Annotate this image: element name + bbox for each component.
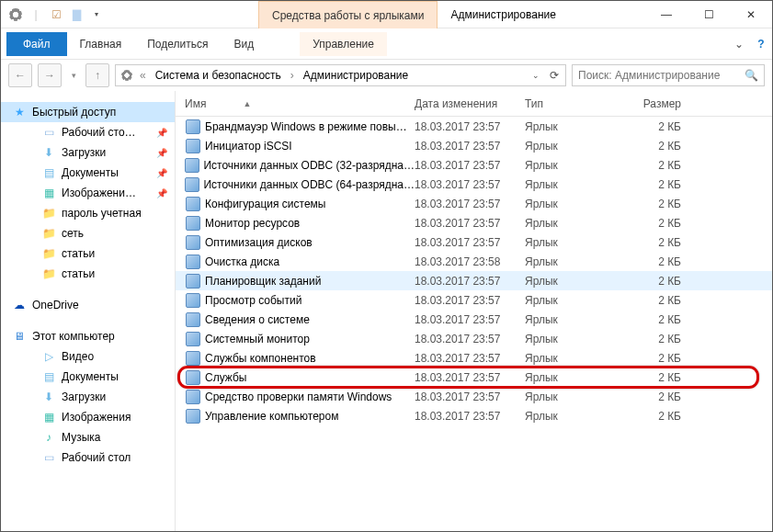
file-type: Ярлык <box>525 217 626 230</box>
maximize-button[interactable]: ☐ <box>688 1 730 28</box>
col-type[interactable]: Тип <box>525 97 626 110</box>
sort-asc-icon: ▲ <box>243 99 251 108</box>
file-row[interactable]: Системный монитор18.03.2017 23:57Ярлык2 … <box>176 329 772 348</box>
nav-quick-access[interactable]: ★ Быстрый доступ <box>1 102 175 122</box>
file-name: Очистка диска <box>205 255 279 268</box>
file-row[interactable]: Оптимизация дисков18.03.2017 23:57Ярлык2… <box>176 232 772 252</box>
nav-quick-item[interactable]: ⬇Загрузки📌 <box>1 142 175 163</box>
file-date: 18.03.2017 23:57 <box>415 120 525 133</box>
nav-pc-item[interactable]: ♪Музыка <box>1 427 175 447</box>
column-headers[interactable]: Имя▲ Дата изменения Тип Размер <box>176 91 772 117</box>
file-date: 18.03.2017 23:57 <box>415 275 525 288</box>
nav-forward-button[interactable]: → <box>38 63 62 87</box>
onedrive-icon: ☁ <box>12 298 27 312</box>
file-row[interactable]: Монитор ресурсов18.03.2017 23:57Ярлык2 К… <box>176 213 772 232</box>
tab-home[interactable]: Главная <box>67 32 135 56</box>
file-name: Системный монитор <box>205 333 310 345</box>
file-row[interactable]: Планировщик заданий18.03.2017 23:57Ярлык… <box>176 271 772 290</box>
file-row[interactable]: Конфигурация системы18.03.2017 23:57Ярлы… <box>176 194 772 213</box>
nav-pc-item[interactable]: ▤Документы <box>1 367 175 387</box>
new-folder-icon[interactable]: ▇ <box>69 7 84 22</box>
file-row[interactable]: Очистка диска18.03.2017 23:58Ярлык2 КБ <box>176 252 772 271</box>
tab-manage[interactable]: Управление <box>300 32 387 56</box>
nav-pc-item[interactable]: ▷Видео <box>1 346 175 367</box>
col-size[interactable]: Размер <box>626 97 699 110</box>
col-date[interactable]: Дата изменения <box>415 97 525 110</box>
file-row[interactable]: Источники данных ODBC (32-разрядна…18.03… <box>176 155 772 175</box>
file-row[interactable]: Брандмауэр Windows в режиме повы…18.03.2… <box>176 117 772 136</box>
nav-item-label: Видео <box>62 350 94 363</box>
breadcrumb-sep-icon[interactable]: › <box>289 69 296 82</box>
file-size: 2 КБ <box>626 371 699 384</box>
nav-quick-item[interactable]: 📁статьи <box>1 243 175 264</box>
contextual-tab-shortcut-tools[interactable]: Средства работы с ярлыками <box>258 1 438 28</box>
img-icon: ▦ <box>41 186 56 200</box>
file-date: 18.03.2017 23:57 <box>415 410 525 423</box>
file-size: 2 КБ <box>626 159 699 172</box>
nav-pc-item[interactable]: ⬇Загрузки <box>1 387 175 407</box>
nav-quick-item[interactable]: ▭Рабочий сто…📌 <box>1 122 175 142</box>
nav-quick-item[interactable]: 📁статьи <box>1 264 175 284</box>
tab-share[interactable]: Поделиться <box>134 32 221 56</box>
refresh-icon[interactable]: ⟳ <box>547 68 562 83</box>
search-input[interactable] <box>578 69 739 82</box>
search-box[interactable]: 🔍 <box>572 64 765 86</box>
breadcrumb-sep-icon[interactable]: « <box>138 69 148 82</box>
close-button[interactable]: ✕ <box>730 1 772 28</box>
file-date: 18.03.2017 23:57 <box>415 140 525 153</box>
file-row[interactable]: Источники данных ODBC (64-разрядна…18.03… <box>176 175 772 194</box>
breadcrumb-1[interactable]: Администрирование <box>300 69 412 82</box>
nav-item-label: Загрузки <box>62 391 106 403</box>
properties-icon[interactable]: ☑ <box>49 7 63 22</box>
file-size: 2 КБ <box>626 178 699 191</box>
minimize-button[interactable]: — <box>645 1 688 28</box>
nav-back-button[interactable]: ← <box>8 63 32 87</box>
nav-onedrive[interactable]: ☁ OneDrive <box>1 295 175 315</box>
nav-quick-item[interactable]: 📁пароль учетная <box>1 203 175 223</box>
pin-icon: 📌 <box>156 128 167 138</box>
nav-item-label: Документы <box>62 166 119 179</box>
nav-item-label: Рабочий стол <box>62 451 131 464</box>
file-name: Сведения о системе <box>205 313 310 326</box>
search-icon[interactable]: 🔍 <box>745 69 758 82</box>
navigation-pane[interactable]: ★ Быстрый доступ ▭Рабочий сто…📌⬇Загрузки… <box>1 91 176 531</box>
nav-quick-item[interactable]: ▤Документы📌 <box>1 163 175 183</box>
ribbon-expand-icon[interactable]: ⌄ <box>728 38 750 51</box>
address-bar[interactable]: « Система и безопасность › Администриров… <box>115 64 566 86</box>
file-row[interactable]: Управление компьютером18.03.2017 23:57Яр… <box>176 406 772 425</box>
nav-quick-item[interactable]: 📁сеть <box>1 223 175 243</box>
tab-view[interactable]: Вид <box>221 32 267 56</box>
file-size: 2 КБ <box>626 294 699 307</box>
file-type: Ярлык <box>525 255 626 268</box>
dl-icon: ⬇ <box>41 390 56 404</box>
file-row[interactable]: Просмотр событий18.03.2017 23:57Ярлык2 К… <box>176 290 772 310</box>
nav-item-label: статьи <box>62 267 95 280</box>
nav-pc-item[interactable]: ▭Рабочий стол <box>1 447 175 468</box>
nav-pc-item[interactable]: ▦Изображения <box>1 407 175 427</box>
tab-file[interactable]: Файл <box>6 32 67 56</box>
pin-icon: 📌 <box>156 148 167 158</box>
nav-quick-item[interactable]: ▦Изображени…📌 <box>1 183 175 203</box>
nav-label: Быстрый доступ <box>32 106 116 119</box>
help-icon[interactable]: ? <box>750 38 772 51</box>
nav-item-label: пароль учетная <box>62 207 142 220</box>
nav-label: Этот компьютер <box>32 330 115 343</box>
address-dropdown-icon[interactable]: ⌄ <box>529 68 543 83</box>
file-row[interactable]: Средство проверки памяти Windows18.03.20… <box>176 387 772 406</box>
nav-up-button[interactable]: ↑ <box>85 63 109 87</box>
nav-item-label: Рабочий сто… <box>62 126 136 139</box>
file-type: Ярлык <box>525 294 626 307</box>
file-row[interactable]: Службы18.03.2017 23:57Ярлык2 КБ <box>176 368 772 387</box>
file-size: 2 КБ <box>626 313 699 326</box>
nav-history-button[interactable]: ▾ <box>67 63 80 87</box>
file-row[interactable]: Службы компонентов18.03.2017 23:57Ярлык2… <box>176 348 772 368</box>
nav-this-pc[interactable]: 🖥 Этот компьютер <box>1 326 175 346</box>
file-row[interactable]: Сведения о системе18.03.2017 23:57Ярлык2… <box>176 310 772 329</box>
breadcrumb-0[interactable]: Система и безопасность <box>152 69 285 82</box>
file-size: 2 КБ <box>626 198 699 210</box>
file-date: 18.03.2017 23:57 <box>415 333 525 345</box>
file-row[interactable]: Инициатор iSCSI18.03.2017 23:57Ярлык2 КБ <box>176 136 772 155</box>
col-name[interactable]: Имя▲ <box>185 97 415 110</box>
qat-dropdown-icon[interactable]: ▾ <box>89 7 104 22</box>
file-type: Ярлык <box>525 313 626 326</box>
